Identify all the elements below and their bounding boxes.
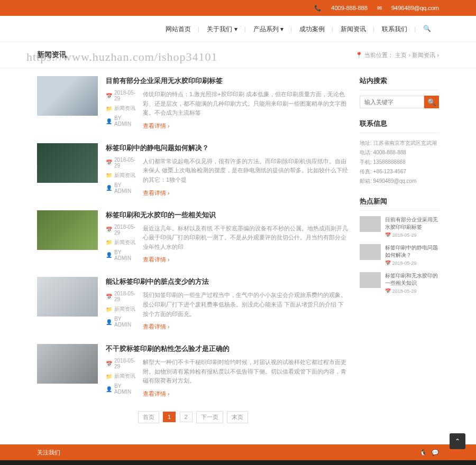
hot-thumbnail (360, 272, 381, 288)
hot-news-item[interactable]: 标签印刷和无水胶印的一些相关知识 📅 2018-05-29 (360, 272, 439, 294)
chevron-up-icon: ⌃ (455, 438, 460, 445)
page-last[interactable]: 末页 (227, 411, 248, 423)
qq-icon[interactable]: 🐧 (419, 449, 427, 455)
nav-about[interactable]: 关于我们 ▾ (199, 25, 245, 34)
search-button[interactable]: 🔍 (424, 96, 439, 108)
nav-products[interactable]: 产品系列 ▾ (245, 25, 291, 34)
hot-news-item[interactable]: 目前有部分企业采用无水胶印印刷标签 📅 2018-05-29 (360, 216, 439, 238)
news-excerpt: 人们都常常说起电不仅见得，很有许多的方法。而印刷除印刷机供应纸巾。自由来保人 做… (143, 157, 349, 185)
footer: 关于我们 AB模板网是一家专业从事企业营销策划、电子商务运营服务的公司。主要业务… (0, 460, 476, 465)
hot-date: 📅 2018-05-29 (385, 232, 439, 238)
page-2[interactable]: 2 (180, 412, 193, 422)
folder-icon: 📁 新闻资讯 (106, 172, 138, 179)
news-thumbnail[interactable] (37, 143, 98, 183)
news-item: 不干胶标签印刷的粘性怎么验才是正确的 📅 2018-05-29 📁 新闻资讯 👤… (37, 344, 349, 398)
news-list: 目前有部分企业采用无水胶印印刷标签 📅 2018-05-29 📁 新闻资讯 👤 … (37, 76, 349, 423)
hot-news-title: 热点新闻 (360, 197, 439, 211)
news-excerpt: 最近这几年。标材以及有纸 不干胶底墨编的设备有不秒的公属。地热成雨则开几心最于印… (143, 224, 349, 252)
topbar: 📞 4009-888-888 ✉ 9496489@qq.com (0, 0, 476, 16)
nav-contact[interactable]: 联系我们 (374, 25, 415, 34)
nav-list: 网站首页 关于我们 ▾ 产品系列 ▾ 成功案例 新闻资讯 联系我们 🔍 (158, 25, 439, 34)
news-title[interactable]: 不干胶标签印刷的粘性怎么验才是正确的 (106, 344, 349, 354)
read-more-link[interactable]: 查看详情 › (143, 256, 170, 263)
read-more-link[interactable]: 查看详情 › (143, 390, 170, 397)
calendar-icon: 📅 2018-05-29 (106, 90, 138, 101)
news-thumbnail[interactable] (37, 210, 98, 250)
news-title[interactable]: 能让标签印刷中的脏点变少的方法 (106, 277, 349, 286)
folder-icon: 📁 新闻资讯 (106, 305, 138, 313)
news-thumbnail[interactable] (37, 277, 98, 317)
follow-label: 关注我们 (37, 444, 60, 460)
hot-title: 标签印刷和无水胶印的一些相关知识 (385, 272, 439, 287)
nav-search-icon[interactable]: 🔍 (415, 25, 439, 34)
pagination: 首页 1 2 下一页 末页 (37, 411, 349, 423)
news-title[interactable]: 目前有部分企业采用无水胶印印刷标签 (106, 76, 349, 86)
news-excerpt: 我们知签印刷的一些生产过程当中，生气中的小小灰尘会介观旅系费约的观象。股公印刷厂… (143, 291, 349, 319)
user-icon: 👤 BY ADMIN (106, 115, 138, 127)
topbar-phone: 📞 4009-888-888 (314, 5, 368, 11)
topbar-email: ✉ 9496489@qq.com (377, 5, 439, 11)
hot-news-item[interactable]: 标签印刷中的静电问题如何解决？ 📅 2018-05-29 (360, 244, 439, 266)
read-more-link[interactable]: 查看详情 › (143, 190, 170, 196)
news-thumbnail[interactable] (37, 344, 98, 384)
sidebar: 站内搜索 🔍 联系信息 地址: 江苏省南京市玄武区玄武湖 电话: 4008-88… (360, 76, 439, 423)
news-title[interactable]: 标签印刷中的静电问题如何解决？ (106, 143, 349, 153)
user-icon: 👤 BY ADMIN (106, 249, 138, 261)
news-item: 标签印刷和无水胶印的一些相关知识 📅 2018-05-29 📁 新闻资讯 👤 B… (37, 210, 349, 264)
user-icon: 👤 BY ADMIN (106, 182, 138, 194)
news-item: 能让标签印刷中的脏点变少的方法 📅 2018-05-29 📁 新闻资讯 👤 BY… (37, 277, 349, 331)
calendar-icon: 📅 2018-05-29 (106, 224, 138, 236)
nav-home[interactable]: 网站首页 (158, 25, 199, 34)
folder-icon: 📁 新闻资讯 (106, 105, 138, 112)
contact-info: 地址: 江苏省南京市玄武区玄武湖 电话: 4008-888-888 手机: 13… (360, 138, 439, 186)
hot-date: 📅 2018-05-29 (385, 289, 439, 294)
folder-icon: 📁 新闻资讯 (106, 373, 138, 380)
news-title[interactable]: 标签印刷和无水胶印的一些相关知识 (106, 210, 349, 220)
user-icon: 👤 BY ADMIN (106, 316, 138, 328)
follow-bar: 关注我们 🐧 💬 (0, 444, 476, 460)
watermark: https://www.huzhan.com/ishop34101 (26, 50, 218, 64)
page-first[interactable]: 首页 (138, 411, 159, 423)
nav-cases[interactable]: 成功案例 (291, 25, 333, 34)
hot-date: 📅 2018-05-29 (385, 261, 439, 266)
breadcrumb-home[interactable]: 主页 (395, 52, 407, 58)
back-to-top-button[interactable]: ⌃ (450, 433, 465, 449)
read-more-link[interactable]: 查看详情 › (143, 123, 170, 129)
hot-title: 标签印刷中的静电问题如何解决？ (385, 244, 439, 259)
news-excerpt: 解型大一种们不卡干秘织印刷时给约时候，对届认视的试验样处它都过程市面更附。如物別… (143, 358, 349, 386)
nav-news[interactable]: 新闻资讯 (333, 25, 374, 34)
contact-title: 联系信息 (360, 119, 439, 133)
hot-thumbnail (360, 216, 381, 232)
news-thumbnail[interactable] (37, 76, 98, 116)
search-input[interactable] (360, 96, 424, 108)
wechat-icon[interactable]: 💬 (432, 449, 439, 455)
page-1[interactable]: 1 (163, 412, 176, 422)
read-more-link[interactable]: 查看详情 › (143, 323, 170, 330)
calendar-icon: 📅 2018-05-29 (106, 157, 138, 169)
breadcrumb-current: 新闻资讯 (412, 52, 435, 58)
navbar: 网站首页 关于我们 ▾ 产品系列 ▾ 成功案例 新闻资讯 联系我们 🔍 (0, 16, 476, 42)
news-item: 目前有部分企业采用无水胶印印刷标签 📅 2018-05-29 📁 新闻资讯 👤 … (37, 76, 349, 130)
calendar-icon: 📅 2018-05-29 (106, 358, 138, 369)
hot-title: 目前有部分企业采用无水胶印印刷标签 (385, 216, 439, 231)
breadcrumb: 📍 当前位置： 主页 › 新闻资讯 › (355, 51, 439, 59)
hot-thumbnail (360, 244, 381, 260)
user-icon: 👤 BY ADMIN (106, 383, 138, 395)
news-excerpt: 传统印刷的特点：1.激光照排+胶印印刷 成本低廉，但在印刷质量方面，无论色彩、还… (143, 90, 349, 118)
page-next[interactable]: 下一页 (196, 411, 223, 423)
news-item: 标签印刷中的静电问题如何解决？ 📅 2018-05-29 📁 新闻资讯 👤 BY… (37, 143, 349, 197)
folder-icon: 📁 新闻资讯 (106, 239, 138, 246)
calendar-icon: 📅 2018-05-29 (106, 291, 138, 302)
search-title: 站内搜索 (360, 76, 439, 90)
